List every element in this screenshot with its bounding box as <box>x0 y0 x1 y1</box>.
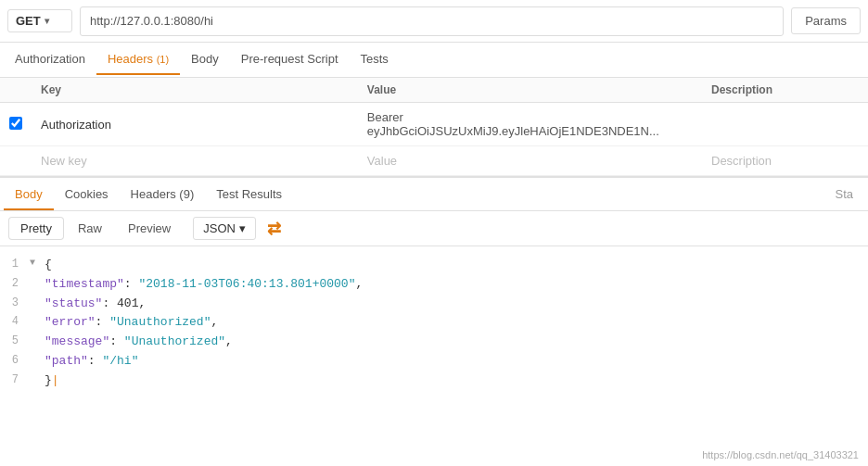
json-line: 7 }| <box>0 372 868 391</box>
new-key-placeholder[interactable]: New key <box>41 154 87 168</box>
line-number: 7 <box>0 372 30 389</box>
watermark: https://blog.csdn.net/qq_31403321 <box>702 449 859 460</box>
line-number: 6 <box>0 352 30 370</box>
col-value-header: Value <box>358 78 702 103</box>
tab-tests[interactable]: Tests <box>350 44 400 75</box>
body-toolbar: Pretty Raw Preview JSON ▾ ⇄ <box>0 211 868 246</box>
line-content: "status": 401, <box>45 295 146 314</box>
json-body: 1 ▼ { 2 "timestamp": "2018-11-03T06:40:1… <box>0 246 868 400</box>
view-preview-button[interactable]: Preview <box>117 218 182 239</box>
col-description-header: Description <box>702 78 868 103</box>
params-button[interactable]: Params <box>791 7 861 34</box>
line-content: { <box>45 256 52 275</box>
view-pretty-button[interactable]: Pretty <box>9 218 63 239</box>
header-checkbox-1[interactable] <box>9 117 22 130</box>
json-line: 6 "path": "/hi" <box>0 352 868 372</box>
line-number: 3 <box>0 295 30 312</box>
json-line: 1 ▼ { <box>0 256 868 275</box>
tab-headers[interactable]: Headers (1) <box>96 44 180 75</box>
url-input[interactable] <box>80 6 784 36</box>
view-raw-button[interactable]: Raw <box>67 218 113 239</box>
tab-authorization[interactable]: Authorization <box>4 44 96 75</box>
new-value-placeholder[interactable]: Value <box>367 154 397 168</box>
line-content: "timestamp": "2018-11-03T06:40:13.801+00… <box>45 275 363 295</box>
method-label: GET <box>16 14 41 28</box>
format-chevron: ▾ <box>239 221 246 235</box>
tab-body[interactable]: Body <box>180 44 230 75</box>
line-number: 5 <box>0 333 30 350</box>
tab-pre-request-script[interactable]: Pre-request Script <box>230 44 350 75</box>
res-tab-cookies[interactable]: Cookies <box>54 180 120 210</box>
request-tabs: Authorization Headers (1) Body Pre-reque… <box>0 43 868 78</box>
json-line: 4 "error": "Unauthorized", <box>0 313 868 333</box>
top-bar: GET ▾ Params <box>0 0 868 43</box>
json-line: 5 "message": "Unauthorized", <box>0 333 868 352</box>
line-number: 1 <box>0 256 30 273</box>
header-row-1: Authorization Bearer eyJhbGciOiJSUzUxMiJ… <box>0 103 868 146</box>
json-line: 3 "status": 401, <box>0 295 868 314</box>
line-content: "error": "Unauthorized", <box>45 313 218 333</box>
line-content: }| <box>45 372 59 391</box>
line-number: 4 <box>0 313 30 331</box>
res-tab-headers[interactable]: Headers (9) <box>120 180 206 210</box>
format-label: JSON <box>203 221 236 235</box>
line-number: 2 <box>0 275 30 293</box>
res-tab-status: Sta <box>823 180 864 208</box>
wrap-icon[interactable]: ⇄ <box>267 219 281 239</box>
res-tab-test-results[interactable]: Test Results <box>205 180 293 210</box>
new-description-placeholder[interactable]: Description <box>711 154 772 168</box>
res-tab-body[interactable]: Body <box>4 180 54 210</box>
header-key-1[interactable]: Authorization <box>32 103 358 146</box>
json-line: 2 "timestamp": "2018-11-03T06:40:13.801+… <box>0 275 868 295</box>
header-desc-1[interactable] <box>702 103 868 146</box>
line-content: "path": "/hi" <box>45 352 138 372</box>
col-key-header: Key <box>32 78 358 103</box>
header-new-row: New key Value Description <box>0 146 868 176</box>
line-content: "message": "Unauthorized", <box>45 333 233 352</box>
response-tabs: Body Cookies Headers (9) Test Results St… <box>0 176 868 211</box>
format-select[interactable]: JSON ▾ <box>193 217 256 240</box>
header-value-1[interactable]: Bearer eyJhbGciOiJSUzUxMiJ9.eyJleHAiOjE1… <box>358 103 702 146</box>
line-arrow: ▼ <box>30 256 43 271</box>
headers-section: Key Value Description Authorization Bear… <box>0 78 868 176</box>
method-chevron: ▾ <box>45 16 49 26</box>
method-select[interactable]: GET ▾ <box>7 9 72 32</box>
